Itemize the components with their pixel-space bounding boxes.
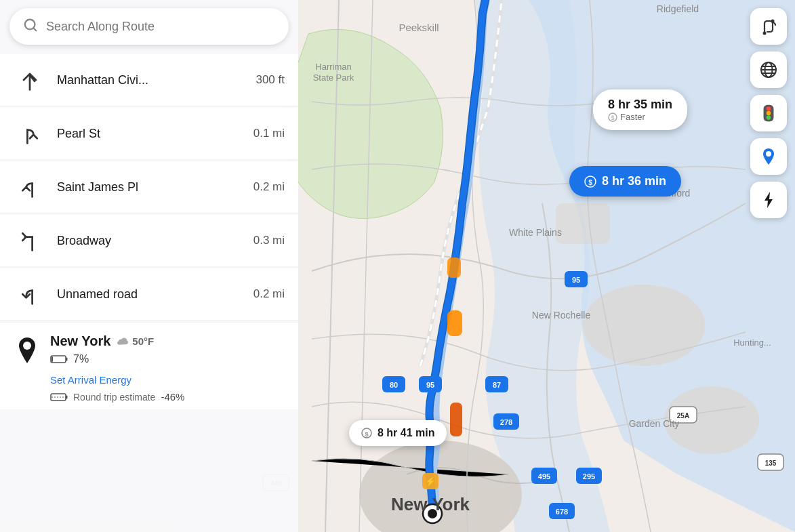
svg-point-61 (771, 20, 775, 23)
svg-text:Harriman: Harriman (315, 62, 351, 72)
location-pin-button[interactable] (750, 138, 787, 175)
step-icon-5 (14, 278, 46, 310)
svg-rect-9 (450, 403, 462, 436)
svg-text:New Rochelle: New Rochelle (532, 310, 591, 321)
svg-point-68 (767, 106, 771, 111)
svg-text:⚡: ⚡ (425, 476, 436, 487)
svg-text:Peekskill: Peekskill (399, 22, 439, 33)
step-dist-1: 300 ft (256, 73, 285, 87)
svg-rect-8 (447, 258, 461, 278)
svg-text:Hunting...: Hunting... (733, 337, 771, 348)
svg-text:80: 80 (390, 381, 398, 389)
svg-text:White Plains: White Plains (509, 227, 562, 238)
step-name-1: Manhattan Civi... (57, 73, 245, 87)
route-time-selected: 8 hr 36 min (602, 174, 666, 188)
svg-rect-7 (447, 310, 462, 336)
step-dist-2: 0.1 mi (253, 127, 285, 140)
svg-text:95: 95 (572, 276, 580, 284)
svg-text:State Park: State Park (313, 73, 354, 83)
svg-text:678: 678 (556, 508, 568, 516)
svg-text:$: $ (588, 179, 592, 186)
route-step-5[interactable]: Unnamed road 0.2 mi (0, 268, 298, 321)
route-step-4[interactable]: Broadway 0.3 mi (0, 215, 298, 267)
round-trip-battery-icon (50, 392, 68, 402)
search-bar[interactable] (9, 8, 289, 45)
svg-text:$: $ (611, 115, 614, 121)
svg-text:87: 87 (493, 381, 501, 389)
svg-text:295: 295 (583, 472, 595, 480)
svg-point-71 (766, 151, 771, 157)
round-trip-label: Round trip estimate (73, 392, 155, 403)
svg-point-53 (23, 342, 31, 350)
weather-info: 50°F (117, 335, 154, 347)
step-icon-3 (14, 171, 46, 203)
step-icon-4 (14, 224, 46, 257)
svg-point-69 (767, 111, 771, 116)
right-buttons-panel (750, 8, 787, 218)
svg-text:New York: New York (391, 494, 470, 514)
round-trip-row: Round trip estimate -46% (50, 391, 285, 403)
svg-text:95: 95 (426, 381, 434, 389)
step-icon-1 (14, 64, 46, 96)
svg-point-70 (767, 115, 771, 120)
search-icon (23, 18, 38, 35)
svg-text:278: 278 (500, 418, 512, 426)
route-bubble-selected[interactable]: $ 8 hr 36 min (569, 166, 681, 197)
search-input[interactable] (46, 20, 275, 34)
route-bubble-slow[interactable]: $ 8 hr 41 min (349, 420, 447, 446)
svg-text:495: 495 (538, 472, 550, 480)
svg-text:$: $ (365, 431, 368, 438)
battery-row: 7% (50, 353, 285, 365)
route-step-1[interactable]: Manhattan Civi... 300 ft (0, 54, 298, 106)
globe-button[interactable] (750, 52, 787, 88)
svg-rect-56 (52, 356, 53, 362)
svg-point-60 (763, 32, 767, 35)
route-sub-fast: $ Faster (608, 112, 672, 122)
route-options-button[interactable] (750, 8, 787, 45)
svg-rect-55 (66, 358, 68, 361)
destination-info: New York 50°F (50, 333, 285, 365)
round-trip-pct: -46% (161, 391, 184, 403)
route-steps-list: Manhattan Civi... 300 ft Pearl St 0.1 mi (0, 52, 298, 532)
left-panel: Manhattan Civi... 300 ft Pearl St 0.1 mi (0, 0, 298, 532)
destination-card: New York 50°F (0, 322, 298, 409)
svg-rect-54 (51, 356, 66, 363)
svg-text:Ridgefield: Ridgefield (657, 3, 699, 14)
step-name-2: Pearl St (57, 127, 243, 141)
step-name-4: Broadway (57, 234, 243, 248)
lightning-button[interactable] (750, 182, 787, 218)
set-arrival-link[interactable]: Set Arrival Energy (50, 374, 285, 386)
step-name-3: Saint James Pl (57, 180, 243, 195)
route-bubble-fast[interactable]: 8 hr 35 min $ Faster (593, 89, 687, 130)
step-dist-4: 0.3 mi (253, 234, 285, 247)
step-icon-2 (14, 117, 46, 150)
svg-text:Garden City: Garden City (629, 418, 680, 429)
destination-pin-icon (14, 336, 41, 369)
route-step-3[interactable]: Saint James Pl 0.2 mi (0, 161, 298, 213)
route-step-2[interactable]: Pearl St 0.1 mi (0, 108, 298, 160)
svg-line-47 (33, 28, 36, 30)
svg-rect-4 (556, 203, 610, 244)
step-dist-3: 0.2 mi (253, 180, 285, 194)
destination-name: New York (50, 333, 110, 349)
temperature: 50°F (132, 335, 154, 347)
traffic-light-button[interactable] (750, 95, 787, 131)
step-name-5: Unnamed road (57, 287, 243, 302)
step-dist-5: 0.2 mi (253, 287, 285, 301)
battery-icon (50, 354, 68, 364)
route-time-fast: 8 hr 35 min (608, 98, 672, 112)
battery-percentage: 7% (73, 353, 89, 365)
route-time-slow: 8 hr 41 min (378, 427, 434, 439)
svg-text:135: 135 (765, 459, 777, 467)
